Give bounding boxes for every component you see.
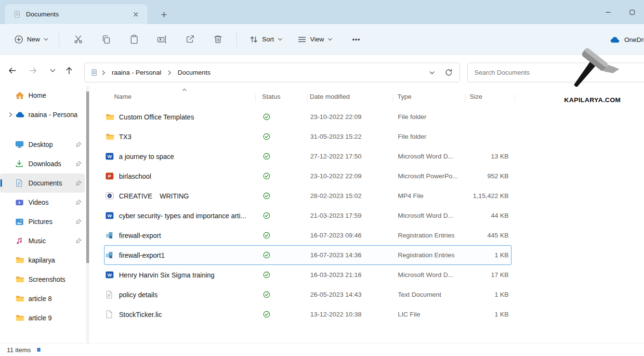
file-date-modified: 23-10-2022 22:09	[310, 167, 392, 185]
chevron-down-icon	[43, 37, 49, 42]
videos-icon	[15, 199, 28, 206]
sync-status-icon	[263, 226, 273, 245]
sidebar-item-article-9[interactable]: article 9	[0, 308, 85, 328]
file-size: 44 KB	[451, 206, 509, 225]
file-name: StockTicker.lic	[119, 305, 262, 324]
file-row-tx3[interactable]: TX331-05-2023 15:22File folder	[104, 127, 512, 146]
column-divider[interactable]	[393, 94, 393, 102]
sort-ascending-icon	[182, 88, 187, 92]
delete-button[interactable]	[208, 30, 227, 49]
sidebar-item-pictures[interactable]: Pictures	[0, 212, 85, 231]
new-button[interactable]: New	[9, 31, 54, 48]
sidebar-item-music[interactable]: Music	[0, 231, 85, 251]
minimize-button[interactable]	[596, 0, 620, 24]
window-controls	[596, 0, 644, 24]
powerpoint-icon: P	[105, 167, 116, 185]
sidebar-item-documents[interactable]: Documents	[0, 173, 85, 193]
column-divider[interactable]	[514, 94, 515, 102]
file-date-modified: 16-07-2023 09:46	[310, 226, 392, 245]
svg-text:W: W	[107, 154, 112, 159]
file-row-henry-harvin-six-sigma-training[interactable]: WHenry Harvin Six Sigma training16-03-20…	[104, 265, 512, 285]
sort-button[interactable]: Sort	[245, 31, 287, 48]
back-button[interactable]	[4, 63, 20, 78]
scrollbar-thumb[interactable]	[86, 92, 89, 263]
column-header-name[interactable]: Name	[114, 93, 131, 100]
address-bar[interactable]: raaina - PersonalDocuments	[84, 63, 460, 82]
column-divider[interactable]	[255, 94, 256, 102]
rename-button[interactable]	[152, 30, 171, 49]
refresh-icon[interactable]	[441, 66, 456, 80]
expand-chevron-icon[interactable]	[6, 112, 15, 118]
column-header-date-modified[interactable]: Date modified	[310, 93, 350, 100]
sync-status-icon	[263, 285, 273, 304]
trash-icon	[213, 34, 223, 44]
view-button-label: View	[310, 36, 324, 43]
file-row-a-journey-to-space[interactable]: Wa journey to space27-12-2022 17:50Micro…	[104, 146, 512, 166]
file-size: 952 KB	[451, 167, 509, 185]
sidebar-item-article-8[interactable]: article 8	[0, 289, 85, 308]
downloads-icon	[15, 160, 28, 168]
view-icon	[297, 35, 307, 44]
sync-status-icon	[263, 107, 273, 126]
new-tab-button[interactable]	[158, 9, 170, 21]
file-row-custom-office-templates[interactable]: Custom Office Templates23-10-2022 22:09F…	[104, 107, 512, 127]
file-row-birlaschool[interactable]: Pbirlaschool23-10-2022 22:09Microsoft Po…	[104, 166, 512, 186]
sidebar-item-desktop[interactable]: Desktop	[0, 135, 85, 154]
more-options-button[interactable]: •••	[348, 31, 365, 48]
file-size: 1 KB	[451, 305, 509, 324]
file-name: CREATIVE WRITING	[119, 186, 262, 205]
sidebar-item-screenshots[interactable]: Screenshots	[0, 270, 85, 289]
file-row-firewall-export1[interactable]: firewall-export116-07-2023 14:36Registra…	[104, 245, 512, 265]
cut-button[interactable]	[68, 30, 88, 49]
column-divider[interactable]	[307, 94, 307, 102]
explorer-tab[interactable]: Documents	[5, 4, 147, 24]
file-size: 445 KB	[451, 226, 509, 245]
column-header-size[interactable]: Size	[470, 93, 482, 100]
sidebar-item-home[interactable]: Home	[0, 86, 85, 105]
file-row-creative-writing[interactable]: CREATIVE WRITING28-02-2023 15:02MP4 File…	[104, 186, 512, 206]
recent-locations-chevron-icon[interactable]	[45, 63, 60, 78]
breadcrumb-item-raaina-personal[interactable]: raaina - Personal	[108, 67, 165, 78]
sidebar-item-raaina-persona[interactable]: raaina - Persona	[0, 105, 85, 124]
share-button[interactable]	[180, 30, 199, 49]
view-button[interactable]: View	[293, 31, 337, 48]
pin-icon	[76, 219, 82, 225]
column-header-status[interactable]: Status	[262, 93, 280, 100]
file-row-firewall-export[interactable]: firewall-export16-07-2023 09:46Registrat…	[104, 225, 512, 245]
file-row-cyber-security-types-and-importance-arti[interactable]: Wcyber security- types and importance ar…	[104, 206, 512, 225]
copy-button[interactable]	[96, 30, 116, 49]
sidebar-item-downloads[interactable]: Downloads	[0, 154, 85, 173]
document-icon	[13, 11, 21, 18]
forward-button[interactable]	[25, 63, 40, 78]
text-icon	[105, 285, 116, 304]
sync-status-icon	[263, 186, 273, 205]
file-row-stockticker-lic[interactable]: StockTicker.lic13-12-2022 10:38LIC File1…	[104, 304, 512, 324]
status-bar: 11 items	[0, 343, 644, 356]
documents-icon	[15, 179, 28, 187]
breadcrumb-item-documents[interactable]: Documents	[174, 67, 214, 78]
sync-status-icon	[263, 167, 273, 185]
maximize-button[interactable]	[620, 0, 644, 24]
breadcrumb-chevron-icon[interactable]	[100, 70, 107, 76]
tab-close-icon[interactable]	[130, 9, 142, 20]
share-icon	[185, 34, 195, 44]
paste-button[interactable]	[124, 30, 144, 49]
column-divider[interactable]	[465, 94, 465, 102]
sidebar-item-label: Documents	[28, 180, 76, 187]
file-size: 1 KB	[451, 285, 509, 304]
sidebar-item-videos[interactable]: Videos	[0, 193, 85, 212]
breadcrumb-chevron-icon[interactable]	[166, 70, 173, 76]
file-name: a journey to space	[119, 147, 262, 166]
navigation-bar: raaina - PersonalDocuments	[0, 55, 644, 86]
file-date-modified: 27-12-2022 17:50	[310, 147, 392, 166]
location-document-icon	[91, 69, 98, 76]
column-header-type[interactable]: Type	[397, 93, 411, 100]
address-dropdown-icon[interactable]	[425, 66, 439, 80]
sidebar-scrollbar[interactable]	[86, 86, 89, 343]
sync-status-icon	[263, 206, 273, 225]
sidebar-item-kapilarya[interactable]: kapilarya	[0, 251, 85, 270]
file-row-policy-details[interactable]: policy details26-05-2023 14:43Text Docum…	[104, 285, 512, 304]
up-button[interactable]	[61, 63, 77, 78]
plus-circle-icon	[14, 35, 24, 44]
file-size: 1 KB	[451, 246, 509, 264]
